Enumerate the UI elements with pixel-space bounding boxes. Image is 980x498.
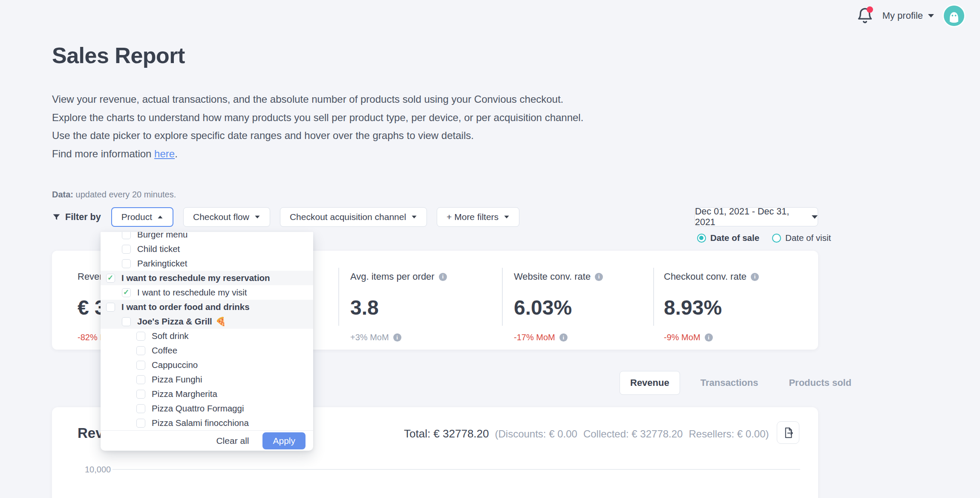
tab-transactions[interactable]: Transactions: [690, 371, 769, 395]
product-option-burger-menu[interactable]: Burger menu: [101, 232, 313, 242]
product-option-coffee[interactable]: Coffee: [101, 343, 313, 358]
filter-button-acquisition-channel[interactable]: Checkout acquisition channel: [280, 207, 427, 227]
chart-totals: Total: € 32778.20 (Discounts: € 0.00 Col…: [404, 427, 769, 440]
filter-icon: [52, 213, 61, 222]
description-line: Find more information here.: [52, 145, 583, 163]
checkbox-icon[interactable]: [136, 346, 145, 355]
checkbox-icon[interactable]: [136, 332, 145, 341]
avatar-icon: [943, 4, 966, 27]
product-option-pizza-margherita[interactable]: Pizza Margherita: [101, 387, 313, 401]
tab-products-sold[interactable]: Products sold: [778, 371, 862, 395]
product-option-reschedule-visit[interactable]: I want to reschedule my visit: [101, 285, 313, 300]
kpi-delta: -17% MoMi: [514, 333, 568, 342]
product-filter-dropdown: Burger menu Child ticket Parkingticket I…: [101, 232, 313, 451]
description-line: Use the date picker to explore specific …: [52, 127, 583, 145]
checkbox-icon[interactable]: [122, 259, 131, 268]
total-collected: Collected: € 32778.20: [583, 428, 683, 440]
chevron-down-icon: [504, 216, 509, 218]
kpi-delta: -9% MoMi: [664, 333, 713, 342]
kpi-delta: +3% MoMi: [350, 333, 401, 342]
checkbox-icon[interactable]: [106, 303, 115, 312]
total-label: Total: € 32778.20: [404, 427, 489, 440]
product-option-pizza-salami-finocchiona[interactable]: Pizza Salami finocchiona: [101, 416, 313, 430]
product-option-list: Burger menu Child ticket Parkingticket I…: [101, 232, 313, 430]
product-option-order-food-drinks[interactable]: I want to order food and drinks: [101, 300, 313, 314]
report-tabs: Revenue Transactions Products sold: [620, 371, 862, 395]
checkbox-icon[interactable]: [122, 245, 131, 254]
page-description: View your revenue, actual transactions, …: [52, 90, 583, 163]
filter-button-product[interactable]: Product: [111, 207, 173, 227]
more-info-link[interactable]: here: [154, 148, 175, 159]
product-option-child-ticket[interactable]: Child ticket: [101, 242, 313, 256]
chevron-down-icon: [412, 216, 417, 218]
notifications-button[interactable]: [856, 6, 874, 26]
product-option-joes-pizza-grill[interactable]: Joe's Pizza & Grill 🍕: [101, 314, 313, 329]
checkbox-checked-icon[interactable]: [122, 288, 131, 297]
total-resellers: Resellers: € 0.00): [689, 428, 769, 440]
avatar[interactable]: [943, 4, 966, 27]
topbar: My profile: [856, 4, 966, 27]
divider: [338, 268, 339, 326]
checkbox-icon[interactable]: [136, 419, 145, 428]
notification-badge: [867, 6, 873, 13]
product-option-soft-drink[interactable]: Soft drink: [101, 329, 313, 343]
filter-bar: Filter by Product Checkout flow Checkout…: [52, 207, 529, 227]
chevron-down-icon: [812, 215, 818, 219]
radio-selected-icon: [697, 234, 706, 243]
checkbox-icon[interactable]: [136, 390, 145, 399]
date-range-picker[interactable]: Dec 01, 2021 - Dec 31, 2021: [695, 207, 818, 226]
product-option-pizza-quattro-formaggi[interactable]: Pizza Quattro Formaggi: [101, 401, 313, 416]
dropdown-footer: Clear all Apply: [101, 430, 313, 451]
checkbox-checked-icon[interactable]: [106, 274, 115, 283]
info-icon[interactable]: i: [751, 273, 759, 281]
y-axis-tick: 10,000: [85, 465, 111, 475]
info-icon[interactable]: i: [559, 333, 568, 342]
info-icon[interactable]: i: [705, 333, 713, 342]
date-mode-radios: Date of sale Date of visit: [697, 233, 831, 243]
info-icon[interactable]: i: [595, 273, 603, 281]
radio-date-of-sale[interactable]: Date of sale: [697, 233, 759, 243]
checkbox-icon[interactable]: [136, 404, 145, 413]
apply-button[interactable]: Apply: [262, 432, 306, 449]
chevron-up-icon: [158, 216, 162, 218]
product-option-parkingticket[interactable]: Parkingticket: [101, 256, 313, 271]
filter-button-checkout-flow[interactable]: Checkout flow: [183, 207, 270, 227]
page-title: Sales Report: [52, 43, 185, 68]
checkbox-icon[interactable]: [122, 317, 131, 326]
radio-unselected-icon: [772, 234, 781, 243]
description-line: View your revenue, actual transactions, …: [52, 90, 583, 109]
filter-button-more-filters[interactable]: + More filters: [437, 207, 519, 227]
checkbox-icon[interactable]: [136, 375, 145, 384]
export-icon: [782, 426, 795, 439]
checkbox-icon[interactable]: [122, 232, 131, 239]
checkbox-icon[interactable]: [136, 361, 145, 370]
total-discounts: (Discounts: € 0.00: [495, 428, 577, 440]
radio-date-of-visit[interactable]: Date of visit: [772, 233, 831, 243]
product-option-pizza-funghi[interactable]: Pizza Funghi: [101, 372, 313, 387]
chart-gridline: [112, 469, 800, 470]
export-button[interactable]: [777, 421, 799, 444]
sales-report-page: My profile Sales Report View your revenu…: [0, 0, 980, 498]
kpi-value: 3.8: [350, 296, 379, 319]
clear-all-button[interactable]: Clear all: [216, 436, 249, 446]
profile-menu[interactable]: My profile: [882, 10, 934, 21]
divider: [653, 268, 654, 326]
chevron-down-icon: [255, 216, 259, 218]
description-line: Explore the charts to understand how man…: [52, 109, 583, 127]
pizza-emoji-icon: 🍕: [216, 316, 226, 327]
filter-by-label: Filter by: [65, 212, 101, 223]
product-option-reschedule-reservation[interactable]: I want to reschedule my reservation: [101, 271, 313, 285]
kpi-value: 6.03%: [514, 296, 572, 319]
product-option-cappuccino[interactable]: Cappuccino: [101, 358, 313, 372]
profile-label: My profile: [882, 10, 923, 21]
data-update-note: Data: updated every 20 minutes.: [52, 190, 176, 200]
info-icon[interactable]: i: [393, 333, 401, 342]
divider: [502, 268, 503, 326]
tab-revenue[interactable]: Revenue: [620, 371, 680, 395]
kpi-value: 8.93%: [664, 296, 722, 319]
chevron-down-icon: [928, 14, 934, 17]
info-icon[interactable]: i: [439, 273, 447, 281]
